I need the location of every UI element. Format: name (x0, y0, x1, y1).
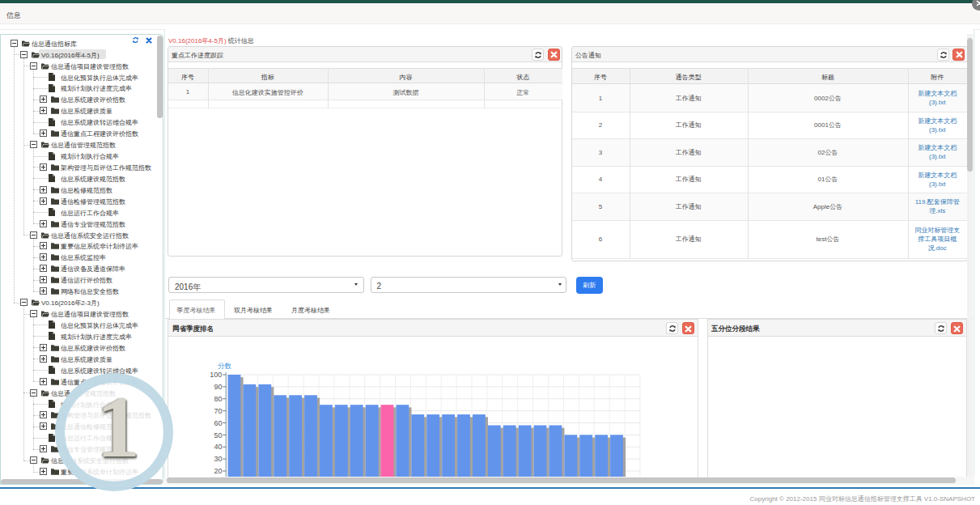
svg-text:30: 30 (214, 455, 222, 463)
svg-text:100: 100 (210, 371, 222, 379)
svg-text:分数: 分数 (218, 362, 232, 370)
svg-text:20: 20 (214, 467, 222, 475)
svg-text:50: 50 (214, 431, 222, 439)
svg-text:40: 40 (214, 443, 222, 451)
svg-text:70: 70 (214, 407, 222, 415)
svg-text:80: 80 (214, 395, 222, 403)
svg-text:60: 60 (214, 419, 222, 427)
svg-text:90: 90 (214, 383, 222, 391)
